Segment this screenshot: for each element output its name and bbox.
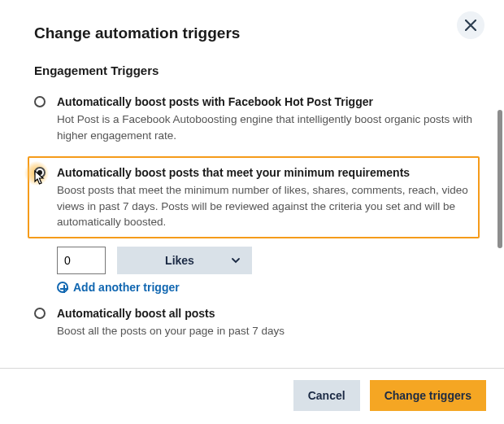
change-triggers-button[interactable]: Change triggers [370,380,486,411]
option-title: Automatically boost posts with Facebook … [57,95,480,108]
option-desc: Boost posts that meet the minimum number… [57,182,471,230]
metric-select-label: Likes [128,254,231,267]
option-desc: Hot Post is a Facebook Autoboosting engi… [57,111,480,143]
close-icon [465,20,476,31]
option-minreq[interactable]: Automatically boost posts that meet your… [34,164,471,230]
radio-minreq[interactable] [34,167,46,178]
add-trigger-link[interactable]: Add another trigger [57,281,480,294]
radio-hotpost[interactable] [34,96,46,107]
radio-all[interactable] [34,308,46,319]
cancel-button[interactable]: Cancel [293,380,360,411]
change-triggers-dialog: Change automation triggers Engagement Tr… [0,0,504,424]
dialog-title: Change automation triggers [34,24,480,42]
metric-select[interactable]: Likes [117,247,252,274]
add-trigger-label: Add another trigger [73,281,180,294]
option-title: Automatically boost posts that meet your… [57,166,471,179]
section-title: Engagement Triggers [34,63,480,77]
close-button[interactable] [457,11,484,39]
option-title: Automatically boost all posts [57,307,480,320]
chevron-down-icon [231,256,241,265]
threshold-input[interactable] [57,247,106,274]
dialog-footer: Cancel Change triggers [0,368,504,424]
option-all[interactable]: Automatically boost all posts Boost all … [34,305,480,348]
option-hotpost[interactable]: Automatically boost posts with Facebook … [34,94,480,151]
highlight-box: Automatically boost posts that meet your… [28,156,480,238]
option-desc: Boost all the posts on your page in past… [57,323,480,339]
minreq-controls: Likes [57,247,480,274]
plus-circle-icon [57,282,68,293]
scrollbar-thumb[interactable] [497,110,502,248]
